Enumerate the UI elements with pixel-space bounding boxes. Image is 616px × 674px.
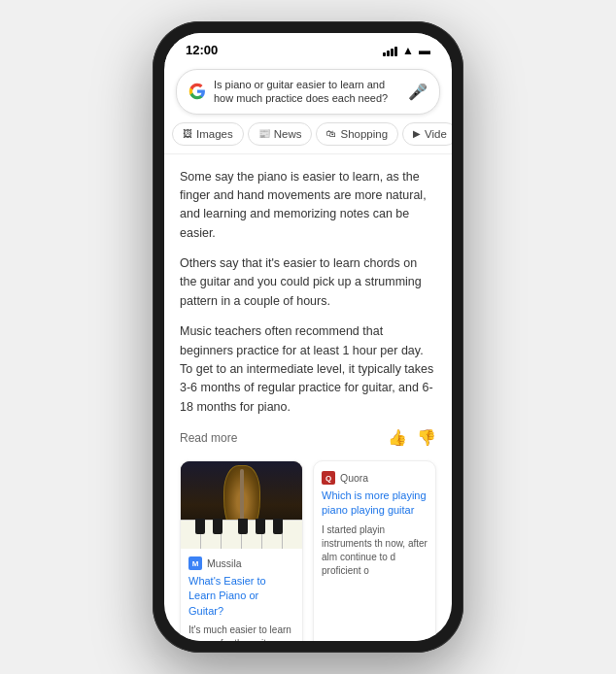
signal-bar-4	[394, 47, 397, 56]
signal-bar-3	[391, 49, 394, 56]
signal-bars-icon	[383, 45, 397, 56]
quora-card-snippet: I started playin instruments th now, aft…	[314, 523, 435, 586]
white-key-3	[222, 521, 242, 549]
cards-row: M Mussila What's Easier to Learn Piano o…	[180, 460, 436, 641]
battery-icon: ▬	[419, 44, 430, 57]
shopping-tab-icon: 🛍	[326, 128, 336, 139]
answer-paragraph-1: Some say the piano is easier to learn, a…	[180, 168, 436, 244]
answer-paragraph-3: Music teachers often recommend that begi…	[180, 322, 436, 417]
signal-bar-2	[387, 51, 390, 56]
feedback-icons: 👍 👎	[388, 428, 436, 447]
white-key-6	[283, 521, 302, 549]
quora-source-icon: Q	[322, 471, 335, 485]
thumbs-down-icon[interactable]: 👎	[417, 428, 436, 447]
phone-screen: 12:00 ▲ ▬ Is piano or guitar	[164, 33, 452, 641]
mussila-source-name: Mussila	[207, 557, 242, 569]
content-area[interactable]: Some say the piano is easier to learn, a…	[164, 154, 452, 641]
mussila-source-icon: M	[188, 556, 202, 570]
search-bar[interactable]: Is piano or guitar easier to learn and h…	[176, 69, 440, 115]
google-logo-icon	[188, 83, 206, 100]
mussila-card-source: M Mussila	[181, 549, 302, 574]
mussila-card-image	[181, 461, 302, 549]
wifi-icon: ▲	[402, 44, 414, 57]
quora-card-source: Q Quora	[314, 461, 435, 489]
tab-shopping[interactable]: 🛍 Shopping	[316, 122, 398, 146]
read-more-link[interactable]: Read more	[180, 431, 237, 445]
mussila-card-title[interactable]: What's Easier to Learn Piano or Guitar?	[181, 574, 302, 623]
white-key-5	[262, 521, 283, 549]
tab-images[interactable]: 🖼 Images	[172, 122, 244, 146]
white-key-1	[181, 521, 201, 549]
quora-source-name: Quora	[340, 472, 368, 484]
thumbs-up-icon[interactable]: 👍	[388, 428, 407, 447]
video-tab-icon: ▶	[413, 128, 421, 139]
mussila-card[interactable]: M Mussila What's Easier to Learn Piano o…	[180, 460, 303, 641]
read-more-row: Read more 👍 👎	[180, 428, 436, 447]
quora-card-title[interactable]: Which is more playing piano playing guit…	[314, 489, 435, 523]
quora-card[interactable]: Q Quora Which is more playing piano play…	[313, 460, 436, 641]
mussila-card-snippet: It's much easier to learn a song for the…	[181, 623, 302, 641]
images-tab-label: Images	[196, 128, 233, 140]
white-key-4	[242, 521, 262, 549]
tabs-row: 🖼 Images 📰 News 🛍 Shopping ▶ Vide	[164, 122, 452, 154]
tab-video[interactable]: ▶ Vide	[402, 122, 452, 146]
images-tab-icon: 🖼	[183, 128, 192, 139]
search-query-text: Is piano or guitar easier to learn and h…	[214, 78, 402, 106]
status-icons: ▲ ▬	[383, 44, 430, 57]
tab-news[interactable]: 📰 News	[248, 122, 313, 146]
microphone-icon[interactable]: 🎤	[408, 83, 428, 101]
news-tab-icon: 📰	[258, 128, 270, 139]
status-time: 12:00	[186, 43, 218, 57]
video-tab-label: Vide	[425, 128, 447, 140]
signal-bar-1	[383, 52, 386, 56]
phone-frame: 12:00 ▲ ▬ Is piano or guitar	[153, 21, 463, 653]
answer-paragraph-2: Others say that it's easier to learn cho…	[180, 254, 436, 311]
news-tab-label: News	[274, 128, 302, 140]
piano-keys-white	[181, 520, 302, 549]
shopping-tab-label: Shopping	[340, 128, 388, 140]
white-key-2	[201, 521, 222, 549]
status-bar: 12:00 ▲ ▬	[164, 33, 452, 63]
